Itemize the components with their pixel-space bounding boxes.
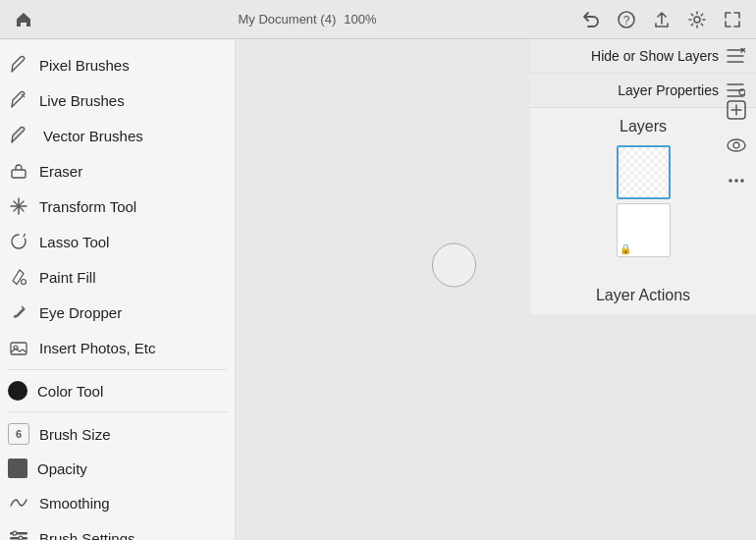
topbar: My Document (4) 100% ?	[0, 0, 756, 39]
sidebar-item-color-tool[interactable]: Color Tool	[0, 374, 235, 407]
layer-lock-icon: 🔒	[620, 243, 631, 254]
live-brushes-icon	[8, 89, 29, 111]
svg-point-33	[729, 179, 732, 183]
sidebar: Pixel Brushes Live Brushes Vector Brushe…	[0, 39, 236, 540]
sidebar-item-brush-settings[interactable]: Brush Settings	[0, 520, 235, 540]
transform-tool-label: Transform Tool	[39, 198, 136, 215]
sidebar-item-insert-photos[interactable]: Insert Photos, Etc	[0, 330, 235, 365]
svg-rect-10	[11, 343, 27, 354]
lasso-tool-label: Lasso Tool	[39, 234, 109, 250]
layer-actions-label: Layer Actions	[530, 277, 756, 314]
home-icon[interactable]	[10, 6, 37, 33]
transform-tool-icon	[8, 195, 29, 217]
center-info: My Document (4) 100%	[239, 12, 377, 27]
fullscreen-icon[interactable]	[719, 6, 746, 33]
add-layer-icon[interactable]	[723, 96, 750, 124]
sidebar-item-smoothing[interactable]: Smoothing	[0, 485, 235, 520]
sidebar-item-live-brushes[interactable]: Live Brushes	[0, 82, 235, 118]
settings-icon[interactable]	[683, 6, 711, 33]
svg-rect-3	[12, 170, 26, 178]
eye-dropper-label: Eye Dropper	[39, 304, 122, 321]
svg-point-35	[740, 179, 744, 183]
color-tool-label: Color Tool	[37, 383, 103, 400]
sidebar-item-lasso-tool[interactable]: Lasso Tool	[0, 224, 235, 259]
layers-title: Layers	[540, 118, 746, 135]
sidebar-divider-1	[8, 369, 227, 370]
paint-fill-icon	[8, 266, 29, 288]
vector-brushes-icon	[8, 125, 29, 146]
svg-point-16	[19, 536, 23, 540]
svg-point-34	[734, 179, 738, 183]
sidebar-item-vector-brushes[interactable]: Vector Brushes	[0, 118, 235, 153]
zoom-level: 100%	[344, 12, 376, 27]
paint-fill-label: Paint Fill	[39, 269, 96, 286]
svg-point-15	[13, 531, 17, 535]
sidebar-item-eye-dropper[interactable]: Eye Dropper	[0, 295, 235, 330]
opacity-icon	[8, 459, 27, 478]
sidebar-item-paint-fill[interactable]: Paint Fill	[0, 259, 235, 295]
brush-settings-icon	[8, 527, 29, 540]
brush-settings-label: Brush Settings	[39, 530, 135, 541]
help-icon[interactable]: ?	[613, 6, 640, 33]
pixel-brushes-label: Pixel Brushes	[39, 57, 130, 74]
hide-show-icon[interactable]	[725, 45, 746, 67]
topbar-right-icons: ?	[577, 6, 746, 33]
hide-show-layers-row[interactable]: Hide or Show Layers	[530, 39, 756, 74]
color-tool-swatch	[8, 381, 27, 401]
share-icon[interactable]	[648, 6, 675, 33]
svg-point-2	[694, 17, 700, 23]
layers-list: 🔒	[540, 145, 746, 257]
sidebar-item-pixel-brushes[interactable]: Pixel Brushes	[0, 47, 235, 82]
doc-title: My Document (4)	[239, 12, 337, 27]
undo-icon[interactable]	[577, 6, 605, 33]
eye-visibility-icon[interactable]	[723, 132, 750, 159]
smoothing-label: Smoothing	[39, 495, 110, 512]
layer-properties-label: Layer Properties	[618, 82, 719, 98]
layer-thumb-2[interactable]: 🔒	[617, 203, 671, 257]
vector-brushes-label: Vector Brushes	[39, 128, 143, 144]
pixel-brushes-icon	[8, 54, 29, 76]
eye-dropper-icon	[8, 301, 29, 323]
insert-photos-icon	[8, 337, 29, 358]
eraser-label: Eraser	[39, 163, 82, 180]
more-options-icon[interactable]	[723, 167, 750, 194]
brush-size-icon: 6	[8, 423, 29, 445]
insert-photos-label: Insert Photos, Etc	[39, 340, 155, 356]
svg-point-8	[22, 280, 27, 285]
sidebar-item-transform-tool[interactable]: Transform Tool	[0, 189, 235, 224]
smoothing-icon	[8, 492, 29, 513]
sidebar-item-eraser[interactable]: Eraser	[0, 153, 235, 189]
lasso-tool-icon	[8, 231, 29, 252]
svg-text:?: ?	[623, 14, 630, 27]
sidebar-divider-2	[8, 411, 227, 412]
svg-point-32	[733, 142, 739, 148]
brush-size-label: Brush Size	[39, 426, 111, 443]
layer-thumb-1[interactable]	[617, 145, 671, 199]
layer-checkered-bg	[619, 147, 669, 197]
sidebar-item-brush-size[interactable]: 6 Brush Size	[0, 416, 235, 452]
sidebar-item-opacity[interactable]: Opacity	[0, 452, 235, 485]
eraser-icon	[8, 160, 29, 182]
svg-point-31	[728, 139, 745, 151]
live-brushes-label: Live Brushes	[39, 92, 125, 109]
right-actions-strip	[717, 88, 756, 202]
hide-show-label: Hide or Show Layers	[591, 48, 719, 64]
brush-cursor-circle	[432, 243, 476, 287]
opacity-label: Opacity	[37, 460, 87, 477]
